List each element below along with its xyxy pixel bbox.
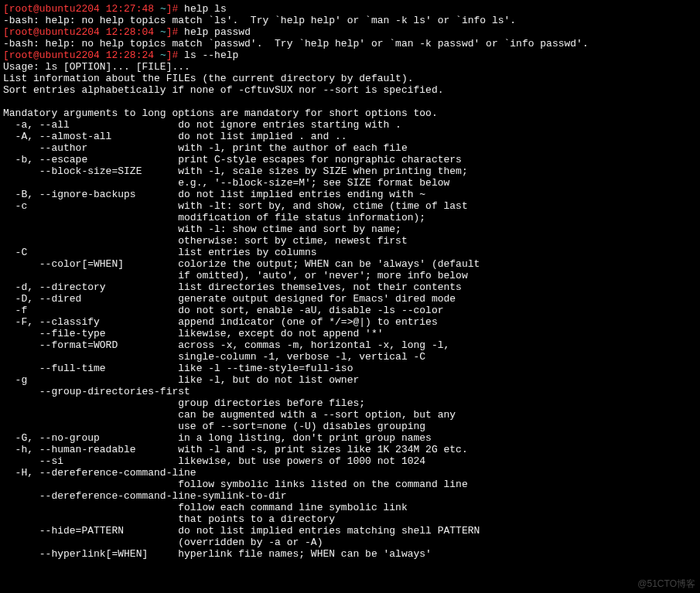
terminal-text: modification of file status information)… xyxy=(3,212,425,223)
terminal-line: modification of file status information)… xyxy=(3,212,697,223)
terminal-text: -b, --escape print C-style escapes for n… xyxy=(3,154,462,165)
terminal-text: -H, --dereference-command-line xyxy=(3,467,196,479)
terminal-line: -F, --classify append indicator (one of … xyxy=(3,316,697,328)
terminal-text: -bash: help: no help topics match `passw… xyxy=(3,38,589,49)
terminal-text: -h, --human-readable with -l and -s, pri… xyxy=(3,444,468,455)
terminal-text: help ls xyxy=(178,3,226,15)
terminal-line: -d, --directory list directories themsel… xyxy=(3,281,697,293)
terminal-text: [ xyxy=(3,49,9,61)
terminal-line: Usage: ls [OPTION]... [FILE]... xyxy=(3,61,697,73)
terminal-text: that points to a directory xyxy=(3,513,335,525)
terminal-line: follow symbolic links listed on the comm… xyxy=(3,479,697,490)
terminal-text xyxy=(100,49,106,61)
terminal-line: Mandatory arguments to long options are … xyxy=(3,107,697,119)
terminal-text: with -l: show ctime and sort by name; xyxy=(3,223,401,235)
terminal-line: follow each command line symbolic link xyxy=(3,502,697,513)
terminal-text: --author with -l, print the author of ea… xyxy=(3,142,408,154)
terminal-line: -c with -lt: sort by, and show, ctime (t… xyxy=(3,200,697,212)
terminal-line: single-column -1, verbose -l, vertical -… xyxy=(3,351,697,363)
terminal-text: -A, --almost-all do not list implied . a… xyxy=(3,131,347,142)
terminal-text: -bash: help: no help topics match `ls'. … xyxy=(3,15,516,26)
terminal-text xyxy=(154,3,160,15)
terminal-text: -B, --ignore-backups do not list implied… xyxy=(3,189,425,200)
terminal-text: -D, --dired generate output designed for… xyxy=(3,293,456,305)
terminal-text: -F, --classify append indicator (one of … xyxy=(3,316,438,328)
terminal-text: e.g., '--block-size=M'; see SIZE format … xyxy=(3,177,449,189)
terminal-line: --si likewise, but use powers of 1000 no… xyxy=(3,455,697,467)
terminal-line: --hide=PATTERN do not list implied entri… xyxy=(3,525,697,537)
terminal-text xyxy=(154,49,160,61)
terminal-line: -B, --ignore-backups do not list implied… xyxy=(3,189,697,200)
terminal-text: --full-time like -l --time-style=full-is… xyxy=(3,363,353,374)
terminal-text: group directories before files; xyxy=(3,397,365,409)
terminal-line: -f do not sort, enable -aU, disable -ls … xyxy=(3,305,697,316)
terminal-text: 12:28:24 xyxy=(106,49,154,61)
terminal-text: ~ xyxy=(160,49,166,61)
terminal-text: -C list entries by columns xyxy=(3,247,317,258)
terminal-text: List information about the FILEs (the cu… xyxy=(3,73,414,84)
terminal-text: Mandatory arguments to long options are … xyxy=(3,107,438,119)
terminal-line: can be augmented with a --sort option, b… xyxy=(3,409,697,421)
terminal-text: ~ xyxy=(160,26,166,38)
terminal-text: single-column -1, verbose -l, vertical -… xyxy=(3,351,425,363)
terminal-line: -C list entries by columns xyxy=(3,247,697,258)
terminal-line: e.g., '--block-size=M'; see SIZE format … xyxy=(3,177,697,189)
terminal-line: -b, --escape print C-style escapes for n… xyxy=(3,154,697,165)
terminal-text: use of --sort=none (-U) disables groupin… xyxy=(3,421,425,432)
terminal-line: --block-size=SIZE with -l, scale sizes b… xyxy=(3,165,697,177)
terminal-line: -a, --all do not ignore entries starting… xyxy=(3,119,697,131)
terminal-text: -a, --all do not ignore entries starting… xyxy=(3,119,401,131)
terminal-line: group directories before files; xyxy=(3,397,697,409)
terminal-text: [ xyxy=(3,3,9,15)
terminal-text: --hide=PATTERN do not list implied entri… xyxy=(3,525,480,537)
terminal-line: -G, --no-group in a long listing, don't … xyxy=(3,432,697,444)
terminal-output[interactable]: [root@ubuntu2204 12:27:48 ~]# help ls-ba… xyxy=(0,0,700,563)
terminal-text: --color[=WHEN] colorize the output; WHEN… xyxy=(3,258,480,270)
terminal-line: use of --sort=none (-U) disables groupin… xyxy=(3,421,697,432)
terminal-line: -A, --almost-all do not list implied . a… xyxy=(3,131,697,142)
terminal-text: --hyperlink[=WHEN] hyperlink file names;… xyxy=(3,548,432,560)
terminal-line: --dereference-command-line-symlink-to-di… xyxy=(3,490,697,502)
terminal-text: help passwd xyxy=(178,26,251,38)
terminal-text: follow each command line symbolic link xyxy=(3,502,408,513)
terminal-text: Sort entries alphabetically if none of -… xyxy=(3,84,444,96)
terminal-text xyxy=(100,26,106,38)
terminal-line: with -l: show ctime and sort by name; xyxy=(3,223,697,235)
terminal-line: -H, --dereference-command-line xyxy=(3,467,697,479)
terminal-text: root@ubuntu2204 xyxy=(9,26,100,38)
terminal-text: 12:28:04 xyxy=(106,26,154,38)
terminal-line: [root@ubuntu2204 12:28:04 ~]# help passw… xyxy=(3,26,697,38)
terminal-line: Sort entries alphabetically if none of -… xyxy=(3,84,697,96)
terminal-text: -f do not sort, enable -aU, disable -ls … xyxy=(3,305,444,316)
terminal-line: --color[=WHEN] colorize the output; WHEN… xyxy=(3,258,697,270)
terminal-text: --file-type likewise, except do not appe… xyxy=(3,328,383,339)
terminal-line: List information about the FILEs (the cu… xyxy=(3,73,697,84)
terminal-text: ]# xyxy=(166,49,179,61)
terminal-text: --dereference-command-line-symlink-to-di… xyxy=(3,490,287,502)
terminal-line: --author with -l, print the author of ea… xyxy=(3,142,697,154)
terminal-text: root@ubuntu2204 xyxy=(9,49,100,61)
terminal-line: (overridden by -a or -A) xyxy=(3,537,697,548)
terminal-text xyxy=(100,3,106,15)
watermark: @51CTO博客 xyxy=(637,578,695,590)
terminal-line: --file-type likewise, except do not appe… xyxy=(3,328,697,339)
terminal-text: --block-size=SIZE with -l, scale sizes b… xyxy=(3,165,468,177)
terminal-text: root@ubuntu2204 xyxy=(9,3,100,15)
terminal-line: --format=WORD across -x, commas -m, hori… xyxy=(3,339,697,351)
terminal-text: ]# xyxy=(166,26,179,38)
terminal-text: -c with -lt: sort by, and show, ctime (t… xyxy=(3,200,468,212)
terminal-line xyxy=(3,96,697,107)
terminal-text xyxy=(154,26,160,38)
terminal-line: --group-directories-first xyxy=(3,386,697,397)
terminal-line: -h, --human-readable with -l and -s, pri… xyxy=(3,444,697,455)
terminal-text: if omitted), 'auto', or 'never'; more in… xyxy=(3,270,468,281)
terminal-line: [root@ubuntu2204 12:28:24 ~]# ls --help xyxy=(3,49,697,61)
terminal-text: -d, --directory list directories themsel… xyxy=(3,281,462,293)
terminal-line: --hyperlink[=WHEN] hyperlink file names;… xyxy=(3,548,697,560)
terminal-text: --group-directories-first xyxy=(3,386,190,397)
terminal-line: if omitted), 'auto', or 'never'; more in… xyxy=(3,270,697,281)
terminal-text: Usage: ls [OPTION]... [FILE]... xyxy=(3,61,190,73)
terminal-text: ~ xyxy=(160,3,166,15)
terminal-line: that points to a directory xyxy=(3,513,697,525)
terminal-text: ls --help xyxy=(178,49,238,61)
